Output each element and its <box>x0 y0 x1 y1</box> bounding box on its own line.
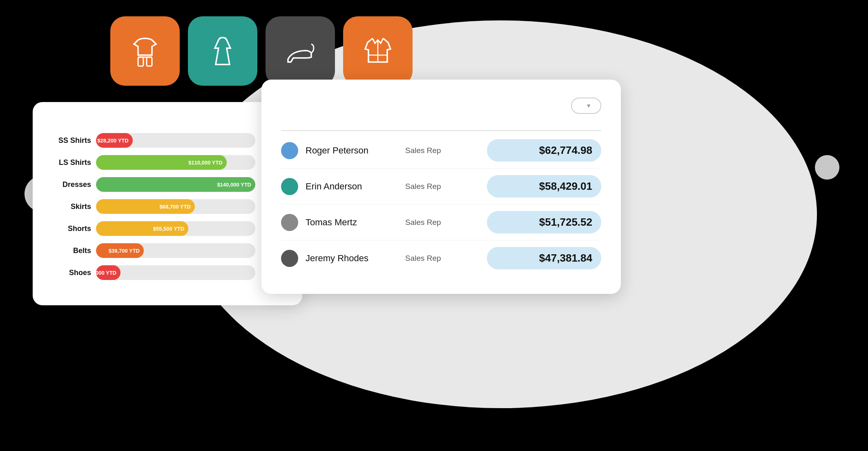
svg-rect-1 <box>147 57 152 66</box>
amount-pill: $58,429.01 <box>487 175 601 198</box>
bar-fill: $110,000 YTD <box>96 155 227 170</box>
person-name: Jeremy Rhodes <box>306 253 405 264</box>
bar-fill: $28,200 YTD <box>96 133 133 148</box>
bar-track: $110,000 YTD <box>96 155 255 170</box>
bar-row: Belts$39,700 YTD12% <box>52 243 283 258</box>
bar-track: $39,700 YTD <box>96 243 255 258</box>
table-row: Roger PetersonSales Rep$62,774.98 <box>281 133 601 169</box>
cat-icon-shoes[interactable] <box>266 16 335 86</box>
chevron-down-icon: ▼ <box>586 102 591 109</box>
role-text: Sales Rep <box>405 146 487 155</box>
table-row: Erin AndersonSales Rep$58,429.01 <box>281 169 601 204</box>
sales-header: ▼ <box>281 98 601 114</box>
role-text: Sales Rep <box>405 182 487 191</box>
bar-label: Shoes <box>52 269 91 277</box>
svg-rect-0 <box>138 57 143 66</box>
bar-row: Shoes$12,000 YTD12% <box>52 265 283 280</box>
cat-icon-jackets[interactable] <box>343 16 413 86</box>
bars-container: SS Shirts$28,200 YTD23%LS Shirts$110,000… <box>52 133 283 280</box>
bar-fill: $140,000 YTD <box>96 177 255 192</box>
deco-circle-right <box>815 155 839 180</box>
person-name: Roger Peterson <box>306 145 405 156</box>
bar-track: $28,200 YTD <box>96 133 255 148</box>
bar-track: $140,000 YTD <box>96 177 255 192</box>
bar-label: Belts <box>52 247 91 255</box>
accounts-dropdown[interactable]: ▼ <box>571 98 601 114</box>
bar-fill: $39,700 YTD <box>96 243 144 258</box>
sales-card: ▼ Roger PetersonSales Rep$62,774.98Erin … <box>261 80 621 294</box>
avatar <box>281 214 298 231</box>
avatar <box>281 250 298 267</box>
bar-row: LS Shirts$110,000 YTD82% <box>52 155 283 170</box>
bar-label: SS Shirts <box>52 136 91 145</box>
scene: SS Shirts$28,200 YTD23%LS Shirts$110,000… <box>0 0 868 451</box>
cat-icon-tops[interactable] <box>110 16 180 86</box>
bar-row: SS Shirts$28,200 YTD23% <box>52 133 283 148</box>
person-name: Erin Anderson <box>306 181 405 192</box>
table-row: Jeremy RhodesSales Rep$47,381.84 <box>281 240 601 276</box>
bar-row: Dresses$140,000 YTD112% <box>52 177 283 192</box>
bar-track: $68,700 YTD <box>96 199 255 214</box>
bar-label: LS Shirts <box>52 158 91 167</box>
role-text: Sales Rep <box>405 218 487 227</box>
bar-label: Shorts <box>52 224 91 233</box>
bar-track: $55,500 YTD <box>96 221 255 236</box>
bar-track: $12,000 YTD <box>96 265 255 280</box>
avatar <box>281 142 298 159</box>
avatar <box>281 178 298 195</box>
category-icons-row <box>110 16 413 86</box>
bar-row: Skirts$68,700 YTD62% <box>52 199 283 214</box>
bar-fill: $68,700 YTD <box>96 199 195 214</box>
bar-label: Skirts <box>52 202 91 211</box>
person-name: Tomas Mertz <box>306 217 405 228</box>
table-row: Tomas MertzSales Rep$51,725.52 <box>281 204 601 240</box>
role-text: Sales Rep <box>405 254 487 263</box>
amount-pill: $51,725.52 <box>487 211 601 233</box>
bar-row: Shorts$55,500 YTD58% <box>52 221 283 236</box>
amount-pill: $62,774.98 <box>487 139 601 162</box>
amount-pill: $47,381.84 <box>487 247 601 269</box>
cat-icon-dresses[interactable] <box>188 16 257 86</box>
bar-fill: $12,000 YTD <box>96 265 120 280</box>
bar-label: Dresses <box>52 180 91 189</box>
sales-rows-container: Roger PetersonSales Rep$62,774.98Erin An… <box>281 133 601 276</box>
bar-fill: $55,500 YTD <box>96 221 188 236</box>
table-header <box>281 125 601 131</box>
